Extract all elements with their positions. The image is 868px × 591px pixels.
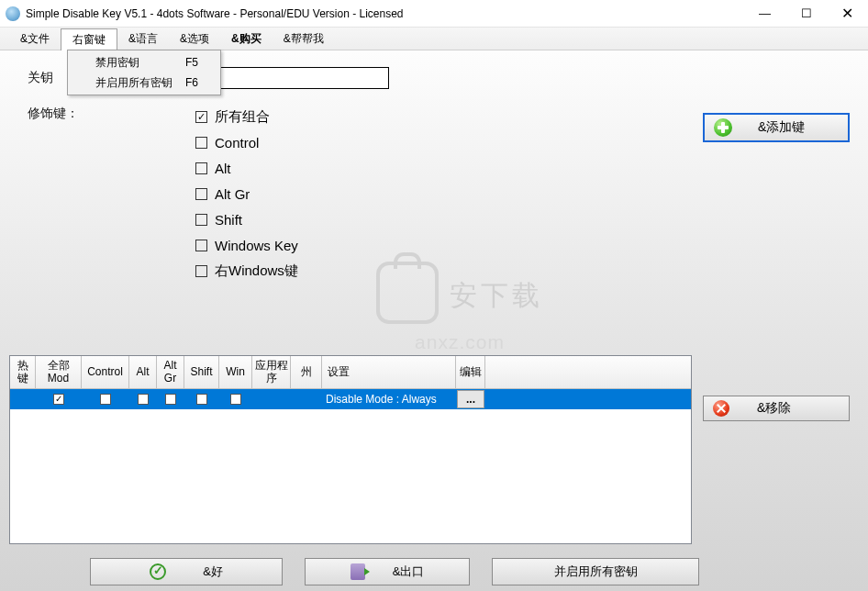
th-altgr[interactable]: Alt Gr: [157, 356, 184, 389]
exit-icon: [351, 563, 365, 580]
close-button[interactable]: ✕: [827, 0, 868, 27]
cell-allmod[interactable]: [36, 389, 82, 409]
menu-item-enable-all[interactable]: 并启用所有密钥 F6: [68, 72, 220, 93]
menu-item-disable-key[interactable]: 禁用密钥 F5: [68, 52, 220, 72]
cell-altgr[interactable]: [157, 389, 184, 409]
label-modifiers: 修饰键：: [28, 106, 79, 122]
maximize-button[interactable]: ☐: [785, 0, 827, 27]
minimize-button[interactable]: —: [744, 0, 785, 27]
th-control[interactable]: Control: [82, 356, 129, 389]
checkbox-label: Alt: [215, 161, 231, 176]
checkbox-control[interactable]: Control: [195, 129, 298, 155]
watermark-text-cn: 安下载: [450, 277, 543, 315]
th-app[interactable]: 应用程序: [252, 356, 291, 389]
menu-rightwin[interactable]: 右窗键: [61, 28, 117, 50]
checkbox-all-combinations[interactable]: 所有组合: [195, 104, 298, 129]
menu-help[interactable]: &帮帮我: [273, 28, 335, 50]
menu-item-shortcut: F6: [185, 76, 213, 89]
checkbox-icon: [165, 394, 176, 405]
watermark: 安下载 anxz.com: [376, 262, 543, 353]
button-label: &好: [203, 563, 223, 580]
menu-options[interactable]: &选项: [169, 28, 220, 50]
remove-button[interactable]: &移除: [703, 396, 850, 421]
th-win[interactable]: Win: [219, 356, 252, 389]
menu-item-shortcut: F5: [185, 56, 213, 69]
checkbox-alt[interactable]: Alt: [195, 155, 298, 181]
th-allmod[interactable]: 全部Mod: [36, 356, 82, 389]
table-header: 热键 全部Mod Control Alt Alt Gr Shift Win 应用…: [10, 356, 691, 389]
menu-file[interactable]: &文件: [9, 28, 61, 50]
client-area: 关钥 修饰键： 所有组合 Control Alt Alt Gr Shift Wi…: [0, 50, 868, 591]
cell-win[interactable]: [219, 389, 252, 409]
exit-button[interactable]: &出口: [305, 558, 470, 585]
button-label: &添加键: [758, 119, 805, 136]
cell-control[interactable]: [82, 389, 129, 409]
checkbox-icon: [138, 394, 149, 405]
modifiers-group: 所有组合 Control Alt Alt Gr Shift Windows Ke…: [195, 104, 298, 284]
app-icon: [6, 6, 20, 21]
checkbox-altgr[interactable]: Alt Gr: [195, 181, 298, 206]
cell-settings: Disable Mode : Always: [322, 389, 456, 409]
table-row[interactable]: Disable Mode : Always ...: [10, 389, 691, 409]
checkbox-shift[interactable]: Shift: [195, 206, 298, 232]
key-input[interactable]: [195, 67, 389, 89]
th-state[interactable]: 州: [291, 356, 322, 389]
button-label: 并启用所有密钥: [554, 563, 638, 580]
ok-button[interactable]: &好: [90, 558, 283, 585]
checkbox-icon: [230, 394, 241, 405]
button-label: &出口: [393, 563, 425, 580]
delete-icon: [713, 400, 729, 417]
cell-alt[interactable]: [129, 389, 157, 409]
keys-table: 热键 全部Mod Control Alt Alt Gr Shift Win 应用…: [9, 355, 692, 544]
th-edit[interactable]: 编辑: [456, 356, 485, 389]
checkbox-right-winkey[interactable]: 右Windows键: [195, 258, 298, 284]
cell-shift[interactable]: [184, 389, 219, 409]
checkbox-label: Control: [215, 135, 259, 151]
checkbox-label: Windows Key: [215, 238, 298, 253]
checkbox-icon: [100, 394, 111, 405]
checkbox-label: Alt Gr: [215, 186, 250, 202]
add-key-button[interactable]: &添加键: [703, 113, 850, 142]
cell-app: [252, 389, 291, 409]
checkbox-label: Shift: [215, 212, 242, 228]
check-icon: [150, 563, 166, 580]
menubar: &文件 右窗键 &语言 &选项 &购买 &帮帮我: [0, 28, 868, 50]
menu-buy[interactable]: &购买: [220, 28, 273, 50]
menu-item-label: 并启用所有密钥: [95, 75, 185, 91]
footer: &好 &出口 并启用所有密钥: [0, 552, 868, 591]
checkbox-icon: [53, 394, 64, 405]
menu-language[interactable]: &语言: [117, 28, 169, 50]
plus-icon: [714, 118, 732, 137]
cell-spacer: [485, 389, 691, 409]
th-hotkey[interactable]: 热键: [10, 356, 36, 389]
enable-all-button[interactable]: 并启用所有密钥: [492, 558, 699, 585]
checkbox-winkey[interactable]: Windows Key: [195, 232, 298, 258]
cell-edit-button[interactable]: ...: [457, 390, 484, 408]
cell-state: [291, 389, 322, 409]
th-alt[interactable]: Alt: [129, 356, 157, 389]
label-key: 关钥: [28, 70, 53, 86]
button-label: &移除: [757, 400, 791, 417]
cell-hotkey: [10, 389, 36, 409]
checkbox-label: 右Windows键: [215, 262, 298, 280]
checkbox-label: 所有组合: [215, 108, 270, 126]
th-settings[interactable]: 设置: [322, 356, 456, 389]
checkbox-icon: [196, 394, 207, 405]
dropdown-menu: 禁用密钥 F5 并启用所有密钥 F6: [67, 50, 221, 95]
th-shift[interactable]: Shift: [184, 356, 219, 389]
window-title: Simple Disable Key V5.1 - 4dots Software…: [26, 7, 744, 20]
lock-icon: [376, 262, 439, 324]
menu-item-label: 禁用密钥: [95, 55, 185, 71]
titlebar: Simple Disable Key V5.1 - 4dots Software…: [0, 0, 868, 28]
watermark-text-en: anxz.com: [376, 331, 543, 353]
th-spacer: [485, 356, 691, 389]
